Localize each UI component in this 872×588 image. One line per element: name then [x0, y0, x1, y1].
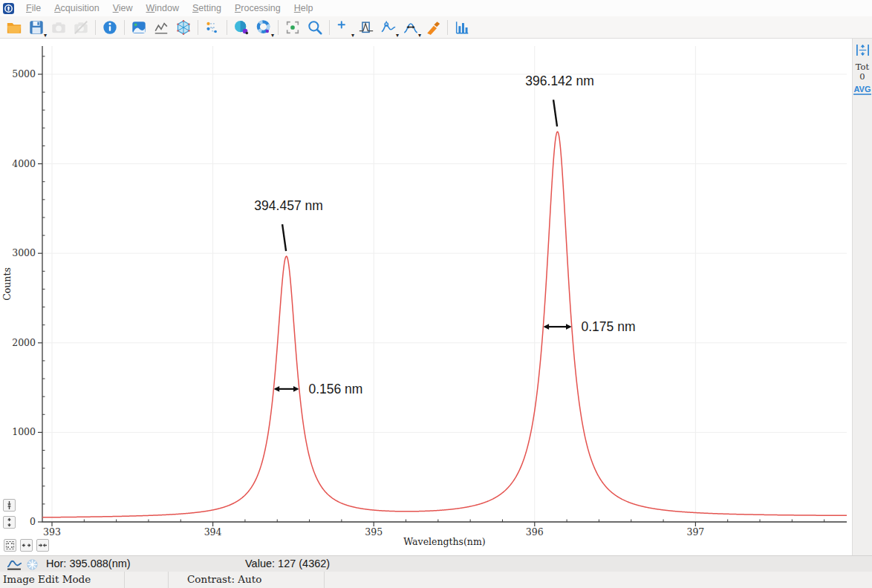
cube-3d-icon [175, 19, 192, 36]
fwhm-label-1: 0.156 nm [308, 382, 362, 396]
focus-target-button[interactable] [282, 18, 303, 37]
x-tick-label: 394 [204, 526, 222, 538]
peak-leader-line-1 [282, 224, 286, 251]
info-icon [102, 19, 118, 36]
fwhm-label-2: 0.175 nm [582, 319, 636, 334]
x-tick-label: 395 [365, 526, 383, 538]
peak-label-2: 396.142 nm [525, 74, 593, 88]
expand-vertical-range-button[interactable] [855, 43, 871, 57]
total-value: 0 [853, 72, 872, 82]
tree-view-icon [204, 19, 221, 36]
camera-icon [51, 19, 67, 36]
value-readout: Value: 127 (4362) [245, 556, 330, 572]
line-plot-icon [153, 19, 169, 36]
x-axis-title: Wavelengths(nm) [403, 536, 485, 547]
dropdown-caret-icon: ▾ [44, 33, 47, 39]
open-folder-icon [6, 19, 22, 36]
toolbar-separator [198, 20, 198, 35]
focus-target-icon [284, 19, 301, 36]
y-tick-label: 1000 [12, 426, 36, 437]
sphere-tool-icon [233, 19, 250, 36]
image-view-button[interactable] [128, 18, 149, 37]
menu-item-processing[interactable]: Processing [228, 3, 287, 13]
save-button[interactable]: ▾ [26, 18, 47, 37]
spectrum-chart[interactable]: 393394395396397010002000300040005000Wave… [0, 39, 852, 555]
chart-area: 393394395396397010002000300040005000Wave… [0, 39, 852, 555]
peak-width-icon [403, 19, 419, 36]
open-folder-button[interactable] [4, 18, 25, 37]
toolbar-separator [278, 20, 279, 35]
toolbar-separator [124, 20, 125, 35]
x-tick-label: 397 [686, 526, 704, 538]
expand-vertical-icon [4, 517, 14, 527]
contrast-label: Contrast: Auto [169, 572, 325, 588]
mode-bar: Image Edit Mode Contrast: Auto [0, 572, 872, 588]
spectrum-curve [42, 131, 847, 517]
save-icon [28, 19, 45, 36]
menu-item-setting[interactable]: Setting [186, 3, 228, 13]
avg-link[interactable]: AVG [853, 85, 871, 95]
y-tick-label: 3000 [12, 247, 36, 258]
expand-vertical-button[interactable] [3, 516, 16, 529]
ring-tool-button[interactable]: ▾ [253, 18, 274, 37]
expand-horizontal-icon [22, 540, 31, 550]
peak-search-button[interactable]: ▾ [378, 18, 399, 37]
cube-3d-button[interactable] [173, 18, 194, 37]
toolbar: ▾▾▾▾▾ [0, 16, 872, 39]
menu-item-help[interactable]: Help [287, 3, 320, 13]
peak-label-1: 394.457 nm [254, 198, 322, 213]
menu-item-file[interactable]: File [19, 3, 48, 13]
histogram-button[interactable] [452, 18, 472, 37]
menu-bar: FileAcquisitionViewWindowSettingProcessi… [0, 0, 872, 16]
app-logo-icon [3, 3, 14, 14]
acquisition-side-panel: Tot 0 AVG [852, 39, 872, 555]
spectrometer-app-window: FileAcquisitionViewWindowSettingProcessi… [0, 0, 872, 588]
empty-cell [125, 572, 169, 588]
sweep-brush-button[interactable] [423, 18, 443, 37]
x-tick-label: 396 [526, 526, 544, 538]
menu-item-window[interactable]: Window [140, 3, 186, 13]
horizontal-readout: Hor: 395.088(nm) [46, 556, 131, 572]
dropdown-caret-icon: ▾ [351, 33, 354, 39]
peak-width-button[interactable]: ▾ [400, 18, 421, 37]
line-plot-button[interactable] [151, 18, 172, 37]
compress-vertical-button[interactable] [3, 499, 16, 512]
peak-search-icon [380, 19, 397, 36]
menu-item-acquisition[interactable]: Acquisition [48, 3, 105, 13]
peak-region-button[interactable] [356, 18, 377, 37]
y-tick-label: 4000 [12, 158, 36, 169]
y-tick-label: 2000 [12, 337, 36, 348]
toolbar-separator [329, 20, 330, 35]
compress-horizontal-button[interactable] [36, 539, 49, 552]
zoom-search-button[interactable] [305, 18, 325, 37]
zoom-search-icon [307, 19, 323, 36]
y-axis-title: Counts [1, 267, 13, 301]
camera-off-icon [73, 19, 89, 36]
histogram-icon [454, 19, 470, 36]
y-tick-label: 5000 [12, 68, 36, 79]
camera-off-button [71, 18, 91, 37]
dropdown-caret-icon: ▾ [396, 33, 399, 39]
sphere-tool-button[interactable] [231, 18, 252, 37]
y-tick-label: 0 [30, 516, 36, 527]
add-cursor-icon [336, 19, 352, 36]
dropdown-caret-icon: ▾ [418, 33, 421, 39]
toolbar-separator [95, 20, 96, 35]
image-view-icon [131, 19, 147, 36]
axes [42, 46, 847, 522]
toolbar-separator [227, 20, 227, 35]
info-button[interactable] [100, 18, 120, 37]
tree-view-button[interactable] [202, 18, 223, 37]
compress-vertical-icon [4, 500, 14, 510]
dropdown-caret-icon: ▾ [271, 33, 274, 39]
toolbar-separator [447, 20, 448, 35]
fit-view-button[interactable] [4, 539, 16, 552]
expand-horizontal-button[interactable] [20, 539, 33, 552]
menu-item-view[interactable]: View [106, 3, 140, 13]
peak-leader-line-2 [553, 99, 557, 126]
x-tick-label: 393 [43, 526, 61, 538]
sweep-brush-icon [425, 19, 441, 36]
ring-tool-icon [256, 19, 272, 36]
fit-view-icon [5, 540, 15, 550]
add-cursor-button[interactable]: ▾ [333, 18, 354, 37]
